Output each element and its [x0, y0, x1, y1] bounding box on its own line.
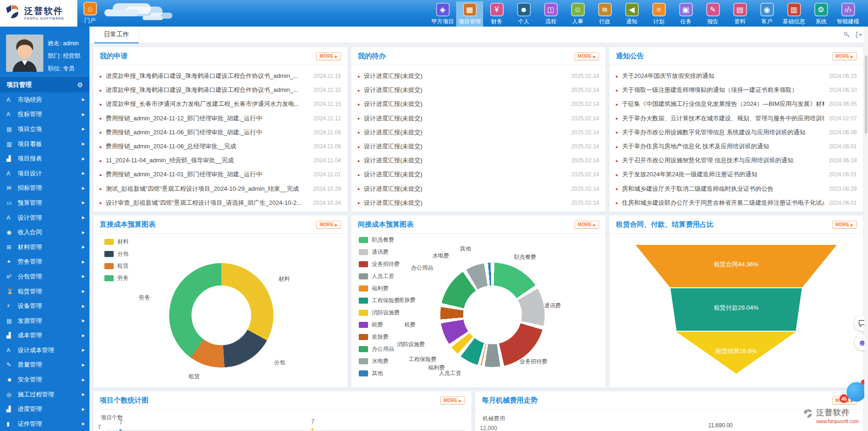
list-item[interactable]: ▸费用报销_admin_2024-11-06_总经理审批__完成2024.11.…	[93, 139, 348, 153]
legend-item[interactable]: 材料	[104, 238, 129, 246]
list-item[interactable]: ▸关于2024年国庆节放假安排的通知2024.06.15	[609, 69, 863, 83]
sidebar-item[interactable]: A市场经营▶	[0, 92, 89, 107]
list-item[interactable]: ▸设计进度汇报(未提交)2025.02.14	[351, 167, 606, 181]
watermark-url[interactable]: www.fanpusoft.com	[816, 418, 859, 424]
sidebar-item[interactable]: ▤项目立项▶	[0, 122, 89, 137]
list-item[interactable]: ▸进度款申报_长春市伊通河水力发电厂改建工程_长春市伊通河水力发电...2024…	[93, 97, 348, 111]
legend-item[interactable]: 劳务	[104, 274, 129, 282]
scrollbar-thumb[interactable]	[865, 56, 868, 134]
top-menu-item[interactable]: ◈甲方项目	[429, 1, 456, 27]
list-item[interactable]: ▸住房和城乡建设部办公厅关于同意吉林省开展二级建造师注册证书电子化试点...20…	[609, 196, 863, 210]
top-menu-item-portal[interactable]: ⌂ 门户	[79, 2, 101, 25]
sidebar-item[interactable]: x²分包管理▶	[0, 269, 89, 284]
sidebar-item[interactable]: A设计管理▶	[0, 210, 89, 225]
logout-icon[interactable]	[855, 31, 862, 38]
sidebar-item[interactable]: ✦劳务管理▶	[0, 255, 89, 270]
sidebar-item[interactable]: ▥项目看板▶	[0, 137, 89, 152]
list-item[interactable]: ▸进度款申报_珠海鹤港口建设_珠海鹤港口建设工程合作协议书_admin_...2…	[93, 69, 348, 83]
list-item[interactable]: ▸设计进度汇报(未提交)2025.02.14	[351, 69, 606, 83]
sidebar-item[interactable]: ⌛租赁管理▶	[0, 284, 89, 299]
list-item[interactable]: ▸房和城乡建设厅关于取消二级建造师临时执业证书的公告2023.08.29	[609, 182, 863, 196]
list-item[interactable]: ▸费用报销_admin_2024-11-06_部门经理审批_胡建,_运行中202…	[93, 125, 348, 139]
top-menu-item[interactable]: ‹/›智能建模	[834, 1, 861, 27]
list-item[interactable]: ▸关于举办大数据、云计算技术在城市建设、规划、管理与服务中的应用培训班...20…	[609, 111, 863, 125]
sidebar-item[interactable]: ◎施工过程管理▶	[0, 387, 89, 402]
more-button[interactable]: MORE ▶	[574, 52, 599, 60]
tab-daily-work[interactable]: 日常工作	[94, 27, 139, 43]
sidebar-item[interactable]: A设计成本管理▶	[0, 343, 89, 358]
list-item[interactable]: ▸关于召开市政公用设施智慧化管理 信息技术与应用培训班的通知2024.06.19	[609, 153, 863, 167]
legend-item[interactable]: 人员工资	[359, 272, 400, 280]
legend-item[interactable]: 职员餐费	[359, 236, 400, 244]
list-item[interactable]: ▸设计进度汇报(未提交)2025.02.14	[351, 139, 606, 153]
list-item[interactable]: ▸设计进度汇报(未提交)2025.02.14	[351, 83, 606, 97]
top-menu-item[interactable]: ◉客户	[753, 1, 780, 27]
top-menu-item[interactable]: ◫流程	[537, 1, 564, 27]
scrollbar-track[interactable]	[864, 27, 868, 431]
top-menu-item[interactable]: ≋行政	[591, 1, 618, 27]
legend-item[interactable]: 差旅费	[359, 333, 400, 341]
legend-item[interactable]: 消防设施费	[359, 309, 400, 317]
more-button[interactable]: MORE ▶	[316, 52, 341, 60]
key-icon[interactable]	[843, 31, 850, 38]
legend-item[interactable]: 租赁	[104, 262, 129, 270]
sidebar-item[interactable]: ✉招标管理▶	[0, 181, 89, 196]
list-item[interactable]: ▸费用报销_admin_2024-11-12_部门经理审批_胡建,_运行中202…	[93, 111, 348, 125]
top-menu-item[interactable]: ☻个人	[510, 1, 537, 27]
legend-item[interactable]: 分包	[104, 250, 129, 258]
top-menu-item[interactable]: ▥基础信息	[780, 1, 807, 27]
qq-chat-button[interactable]	[847, 382, 866, 402]
list-item[interactable]: ▸设计进度汇报(未提交)2025.02.14	[351, 125, 606, 139]
legend-item[interactable]: 福利费	[359, 285, 400, 292]
top-menu-item[interactable]: ¥财务	[483, 1, 510, 27]
top-menu-item[interactable]: ✎报告	[699, 1, 726, 27]
legend-item[interactable]: 工程保险费	[359, 297, 400, 305]
list-item[interactable]: ▸进度款申报_珠海鹤港口建设_珠海鹤港口建设工程合作协议书_admin_...2…	[93, 83, 348, 97]
list-item[interactable]: ▸关于发放2024年第24批一级建造师注册证书的通知2024.06.01	[609, 167, 863, 181]
top-menu-item[interactable]: ◀通知	[618, 1, 645, 27]
sidebar-item[interactable]: ▮证件管理▶	[0, 417, 89, 431]
list-item[interactable]: ▸设计进度汇报(未提交)2025.02.14	[351, 182, 606, 196]
list-item[interactable]: ▸设计进度汇报(未提交)2025.02.14	[351, 97, 606, 111]
more-button[interactable]: MORE ▶	[440, 396, 465, 404]
gear-icon[interactable]: ⚙	[77, 81, 83, 89]
more-button[interactable]: MORE ▶	[574, 221, 599, 229]
list-item[interactable]: ▸关于领取一级注册建造师增项贴的通知（须持一建证书前来领取）2024.06.10	[609, 83, 863, 97]
top-menu-item[interactable]: ⚙系统	[807, 1, 834, 27]
list-item[interactable]: ▸费用报销_admin_2024-11-01_部门经理审批_胡建,_运行中202…	[93, 167, 348, 181]
sidebar-item[interactable]: ▟进度管理▶	[0, 402, 89, 417]
more-button[interactable]: MORE ▶	[832, 52, 857, 60]
legend-item[interactable]: 其他	[359, 369, 400, 377]
legend-item[interactable]: 水电费	[359, 357, 400, 365]
list-item[interactable]: ▸设计进度汇报(未提交)2025.02.14	[351, 153, 606, 167]
top-menu-item[interactable]: ☺人事	[564, 1, 591, 27]
list-item[interactable]: ▸于征集《中国建筑施工行业信息化发展报告（2024）—BIM应用与发展》材料..…	[609, 97, 863, 111]
list-item[interactable]: ▸关于举办市政公用设施数字化管理信息 系统建设与应用培训班的通知2024.06.…	[609, 125, 863, 139]
list-item[interactable]: ▸设计进度汇报(未提交)2025.02.14	[351, 111, 606, 125]
sidebar-item[interactable]: ✎质量管理▶	[0, 358, 89, 373]
list-item[interactable]: ▸关于举办住房与房地产信息化 技术及应用培训班的通知2024.06.01	[609, 139, 863, 153]
list-item[interactable]: ▸11_2024-11-04_admin_经营部_领导审批__完成2024.11…	[93, 153, 348, 167]
list-item[interactable]: ▸设计进度汇报(未提交)2025.02.14	[351, 196, 606, 210]
sidebar-item[interactable]: ⊞材料管理▶	[0, 240, 89, 255]
sidebar-item[interactable]: ◉收入合同▶	[0, 225, 89, 240]
sidebar-item[interactable]: ⚡设备管理▶	[0, 299, 89, 313]
legend-item[interactable]: 税费	[359, 321, 400, 329]
sidebar-item[interactable]: A投标管理▶	[0, 107, 89, 122]
sidebar-item[interactable]: ▟项目报表▶	[0, 151, 89, 166]
top-menu-item[interactable]: ≡计划	[645, 1, 672, 27]
sidebar-item[interactable]: ▤发票管理▶	[0, 313, 89, 328]
top-menu-item[interactable]: ▤资料	[726, 1, 753, 27]
legend-item[interactable]: 业务招待费	[359, 260, 400, 268]
sidebar-item[interactable]: ▭预算管理▶	[0, 195, 89, 210]
top-menu-item[interactable]: ▣任务	[672, 1, 699, 27]
sidebar-item[interactable]: ▟成本管理▶	[0, 328, 89, 343]
sidebar-item[interactable]: ☻安全管理▶	[0, 372, 89, 387]
sidebar-item[interactable]: A项目设计▶	[0, 166, 89, 181]
top-menu-item[interactable]: ▦项目管理	[456, 1, 483, 27]
top-menu-item[interactable]: ⇅管理	[861, 1, 868, 27]
list-item[interactable]: ▸设计审查_彭祖新城"四馆"景观工程设计项目_请选择_胡广生_2024-10-2…	[93, 196, 348, 210]
list-item[interactable]: ▸测试_彭祖新城"四馆"景观工程设计项目_2024-10-29_admin_结束…	[93, 182, 348, 196]
legend-item[interactable]: 通讯费	[359, 248, 400, 256]
more-button[interactable]: MORE ▶	[832, 221, 857, 229]
